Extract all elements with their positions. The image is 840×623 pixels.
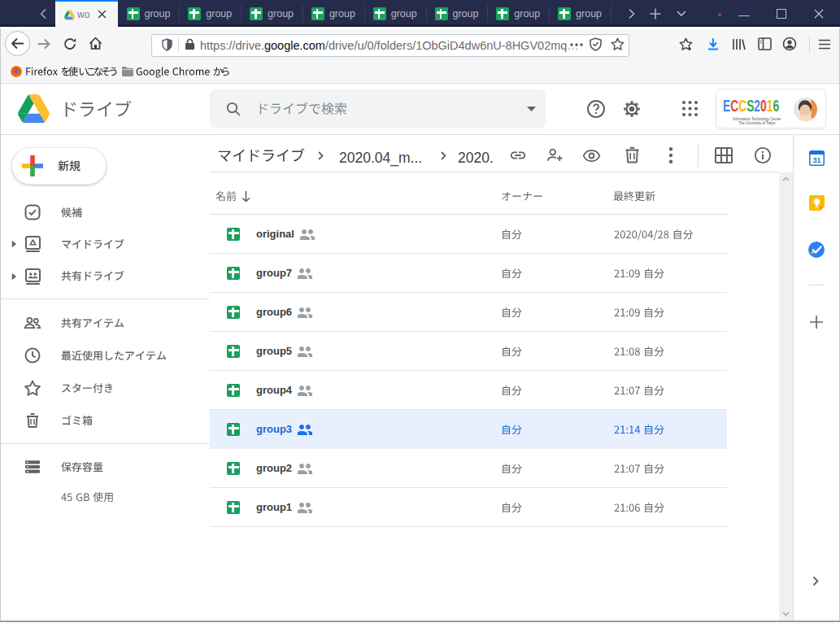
- svg-text:31: 31: [812, 156, 820, 164]
